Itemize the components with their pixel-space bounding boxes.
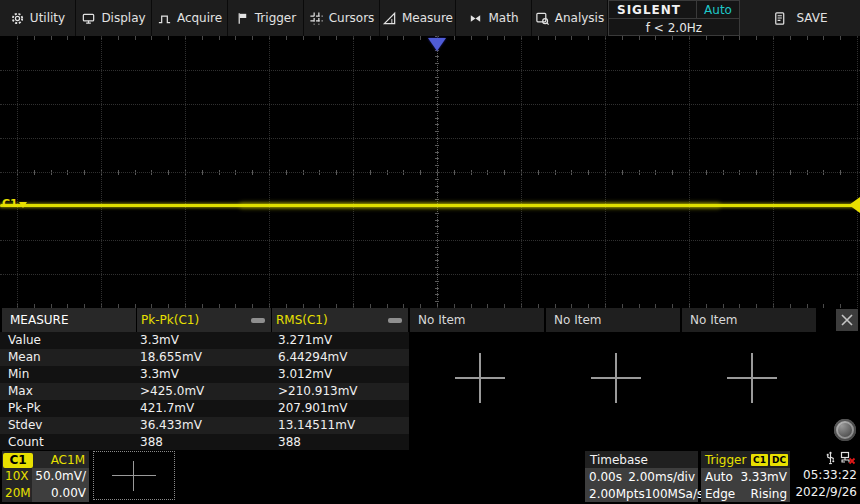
row-value: 3.271mV (278, 332, 332, 349)
plus-icon (112, 475, 156, 476)
add-channel-button[interactable] (93, 451, 175, 500)
monitor-icon (81, 11, 96, 26)
grid-line (857, 36, 858, 308)
row-label: Mean (8, 349, 41, 366)
minus-icon[interactable] (388, 318, 402, 323)
add-measurement-button[interactable] (453, 351, 507, 405)
add-measurement-button[interactable] (725, 351, 779, 405)
row-value: 388 (278, 434, 301, 451)
grid-line (0, 274, 860, 275)
measure-column-empty-1[interactable]: No Item (410, 308, 544, 332)
timebase-title: Timebase (585, 451, 698, 468)
trigger-coupling-badge: DC (770, 454, 788, 466)
measure-column-rms[interactable]: RMS(C1) (272, 308, 408, 332)
measure-row-mean: Mean 18.655mV 6.44294mV (0, 349, 409, 366)
siglent-logo: SIGLENT (609, 3, 696, 17)
grid-line (0, 104, 860, 105)
frequency-counter: f < 2.0Hz (609, 19, 739, 36)
row-label: Min (8, 366, 29, 383)
trigger-position-line (437, 50, 438, 306)
grid-line (0, 70, 860, 71)
bottom-bar: C1 AC1M 10X 50.0mV/ 20M 0.00V Timebase 0… (0, 450, 860, 504)
measure-row-count: Count 388 388 (0, 434, 409, 451)
minus-icon[interactable] (251, 318, 265, 323)
plus-icon (453, 351, 507, 405)
menu-item-math[interactable]: Math (456, 0, 532, 36)
timebase-delay: 0.00s (589, 470, 622, 484)
measure-column-empty-3[interactable]: No Item (682, 308, 816, 332)
system-date: 2022/9/26 (792, 484, 858, 501)
channel1-offset-marker[interactable]: C1 (2, 197, 27, 210)
menu-item-label: Trigger (255, 11, 296, 25)
measure-panel-title: MEASURE (2, 308, 136, 332)
channel1-offset-label: C1 (2, 197, 18, 210)
save-button-label: SAVE (796, 11, 827, 25)
save-button[interactable]: SAVE (740, 0, 860, 36)
trigger-status-box[interactable]: SIGLENT Auto f < 2.0Hz (608, 0, 740, 36)
row-value: 421.7mV (140, 400, 194, 417)
trigger-descriptor[interactable]: Trigger C1 DC Auto3.33mV EdgeRising (701, 451, 790, 502)
trigger-source-badge: C1 (751, 454, 768, 466)
measure-row-pkpk: Pk-Pk 421.7mV 207.901mV (0, 400, 409, 417)
row-label: Max (8, 383, 33, 400)
row-value: 3.3mV (140, 366, 179, 383)
menu-item-label: Utility (30, 11, 65, 25)
close-measure-button[interactable] (836, 309, 858, 331)
clock-panel: 05:33:22 2022/9/26 (792, 451, 858, 502)
menu-item-label: Display (101, 11, 145, 25)
measure-row-stdev: Stdev 36.433mV 13.14511mV (0, 417, 409, 434)
row-label: Stdev (8, 417, 42, 434)
grid-line (0, 138, 860, 139)
channel1-probe: 10X (2, 468, 32, 485)
channel1-badge: C1 (3, 453, 33, 468)
timebase-descriptor[interactable]: Timebase 0.00s2.00ms/div 2.00Mpts100MSa/… (585, 451, 698, 502)
trigger-level-icon[interactable] (849, 197, 860, 213)
row-label: Pk-Pk (8, 400, 41, 417)
flag-icon (235, 11, 250, 26)
menu-item-measure[interactable]: Measure (380, 0, 456, 36)
menu-item-utility[interactable]: Utility (0, 0, 76, 36)
row-value: >210.913mV (278, 383, 358, 400)
row-value: 18.655mV (140, 349, 202, 366)
timebase-sample-rate: 100MSa/s (645, 487, 704, 501)
channel1-descriptor[interactable]: C1 AC1M 10X 50.0mV/ 20M 0.00V (2, 451, 89, 502)
plus-icon (725, 351, 779, 405)
measure-column-empty-2[interactable]: No Item (546, 308, 680, 332)
sphere-icon[interactable] (834, 419, 856, 441)
menu-item-acquire[interactable]: Acquire (152, 0, 228, 36)
trigger-type: Edge (705, 487, 735, 501)
measure-column-pkpk[interactable]: Pk-Pk(C1) (137, 308, 271, 332)
row-value: >425.0mV (140, 383, 204, 400)
row-value: 388 (140, 434, 163, 451)
trigger-title: Trigger (705, 453, 749, 467)
menu-item-trigger[interactable]: Trigger (228, 0, 304, 36)
ruler-icon (382, 11, 397, 26)
menu-item-display[interactable]: Display (76, 0, 152, 36)
menu-item-analysis[interactable]: Analysis (532, 0, 608, 36)
save-icon (772, 11, 787, 26)
menu-bar: Utility Display Acquire Trigger Cursors (0, 0, 860, 36)
trigger-position-icon[interactable] (428, 38, 446, 51)
channel1-scale: 50.0mV/ (32, 468, 89, 485)
channel1-trace (0, 204, 860, 207)
close-icon (840, 313, 854, 327)
channel1-bandwidth: 20M (2, 485, 32, 502)
grid-line (0, 240, 860, 241)
menu-item-label: Measure (402, 11, 453, 25)
menu-item-label: Analysis (555, 11, 604, 25)
menu-item-cursors[interactable]: Cursors (304, 0, 380, 36)
waveform-display: C1 (0, 36, 860, 308)
trigger-slope: Rising (751, 487, 787, 501)
measure-row-min: Min 3.3mV 3.012mV (0, 366, 409, 383)
trigger-level: 3.33mV (740, 470, 787, 484)
system-time: 05:33:22 (792, 467, 858, 484)
row-value: 6.44294mV (278, 349, 348, 366)
row-value: 3.3mV (140, 332, 179, 349)
usb-icon (824, 451, 837, 468)
measure-row-max: Max >425.0mV >210.913mV (0, 383, 409, 400)
add-measurement-button[interactable] (589, 351, 643, 405)
oscilloscope-screen: Utility Display Acquire Trigger Cursors (0, 0, 860, 504)
pulse-icon (157, 11, 172, 26)
gear-icon (10, 11, 25, 26)
measure-column-label: RMS(C1) (276, 313, 328, 327)
